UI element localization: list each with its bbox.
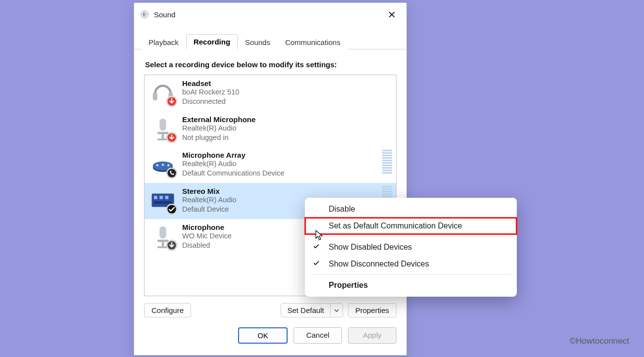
device-name: External Microphone: [182, 115, 255, 124]
svg-point-14: [167, 169, 176, 178]
status-badge-icon: [166, 96, 177, 107]
svg-rect-6: [162, 134, 164, 138]
tab-bar: Playback Recording Sounds Communications: [134, 24, 406, 49]
ctx-properties[interactable]: Properties: [305, 277, 517, 294]
status-badge-icon: [166, 168, 177, 178]
svg-point-11: [156, 164, 159, 167]
status-badge-icon: [166, 204, 177, 215]
titlebar: Sound: [134, 3, 406, 24]
svg-point-12: [162, 164, 164, 166]
svg-rect-17: [159, 196, 163, 199]
device-sub: WO Mic Device: [182, 231, 232, 241]
svg-rect-1: [153, 92, 157, 100]
device-sub: Realtek(R) Audio: [182, 159, 284, 169]
ctx-set-default-comm[interactable]: Set as Default Communication Device: [305, 218, 517, 234]
device-status: Default Communications Device: [182, 169, 284, 178]
svg-rect-4: [159, 118, 166, 131]
ctx-show-disconnected-label: Show Disconnected Devices: [329, 260, 429, 268]
ctx-separator: [311, 236, 511, 237]
svg-rect-21: [159, 226, 166, 239]
ctx-disable[interactable]: Disable: [305, 201, 517, 218]
set-default-dropdown[interactable]: [331, 304, 343, 317]
panel-button-row: Configure Set Default Properties: [134, 296, 406, 324]
set-default-splitbutton[interactable]: Set Default: [281, 303, 343, 317]
properties-button[interactable]: Properties: [348, 303, 396, 317]
device-text: Microphone ArrayRealtek(R) AudioDefault …: [182, 151, 284, 178]
svg-rect-16: [154, 196, 157, 199]
context-menu: Disable Set as Default Communication Dev…: [305, 198, 517, 297]
device-sub: Realtek(R) Audio: [182, 124, 255, 133]
device-status: Not plugged in: [182, 133, 255, 142]
ctx-show-disconnected[interactable]: Show Disconnected Devices: [305, 256, 517, 272]
sound-dialog: Sound Playback Recording Sounds Communic…: [134, 2, 407, 356]
device-text: Stereo MixRealtek(R) AudioDefault Device: [182, 187, 237, 214]
device-name: Microphone Array: [182, 151, 284, 159]
configure-button[interactable]: Configure: [144, 303, 191, 317]
close-button[interactable]: [382, 7, 401, 22]
device-status: Disconnected: [182, 97, 239, 106]
mic-icon: [149, 115, 176, 142]
tab-sounds[interactable]: Sounds: [238, 35, 278, 49]
instruction-text: Select a recording device below to modif…: [145, 60, 396, 69]
device-item[interactable]: HeadsetboAt Rockerz 510Disconnected: [145, 75, 396, 111]
ctx-show-disabled-label: Show Disabled Devices: [329, 243, 412, 252]
micarray-icon: [149, 151, 176, 178]
svg-rect-23: [162, 242, 164, 246]
check-icon: [313, 243, 320, 252]
cancel-button[interactable]: Cancel: [294, 327, 342, 344]
chevron-down-icon: [334, 309, 339, 312]
watermark: ©Howtoconnect: [570, 336, 629, 346]
device-name: Headset: [182, 79, 239, 88]
device-item[interactable]: External MicrophoneRealtek(R) AudioNot p…: [145, 111, 396, 147]
headset-icon: [149, 79, 176, 106]
device-sub: Realtek(R) Audio: [182, 195, 237, 205]
status-badge-icon: [166, 240, 177, 251]
ctx-separator: [311, 274, 511, 275]
svg-point-13: [167, 164, 170, 167]
tab-playback[interactable]: Playback: [141, 35, 186, 49]
mic-icon: [149, 223, 176, 250]
device-text: External MicrophoneRealtek(R) AudioNot p…: [182, 115, 255, 142]
device-name: Microphone: [182, 223, 232, 231]
apply-button[interactable]: Apply: [348, 327, 396, 344]
window-title: Sound: [154, 10, 382, 19]
dialog-button-row: OK Cancel Apply: [134, 324, 406, 353]
device-status: Disabled: [182, 241, 232, 250]
stereomix-icon: [149, 187, 176, 214]
device-name: Stereo Mix: [182, 187, 237, 195]
sound-icon: [140, 10, 149, 19]
ok-button[interactable]: OK: [238, 327, 288, 344]
close-icon: [389, 11, 395, 18]
set-default-button[interactable]: Set Default: [281, 304, 330, 317]
tab-recording[interactable]: Recording: [186, 34, 238, 49]
device-status: Default Device: [182, 205, 237, 214]
device-text: MicrophoneWO Mic DeviceDisabled: [182, 223, 232, 250]
level-meter: [382, 150, 392, 174]
device-text: HeadsetboAt Rockerz 510Disconnected: [182, 79, 239, 106]
status-badge-icon: [166, 132, 177, 143]
device-item[interactable]: Microphone ArrayRealtek(R) AudioDefault …: [145, 147, 396, 183]
device-sub: boAt Rockerz 510: [182, 88, 239, 97]
ctx-show-disabled[interactable]: Show Disabled Devices: [305, 239, 517, 256]
check-icon: [313, 260, 320, 268]
tab-communications[interactable]: Communications: [278, 35, 348, 49]
svg-rect-18: [165, 196, 169, 199]
